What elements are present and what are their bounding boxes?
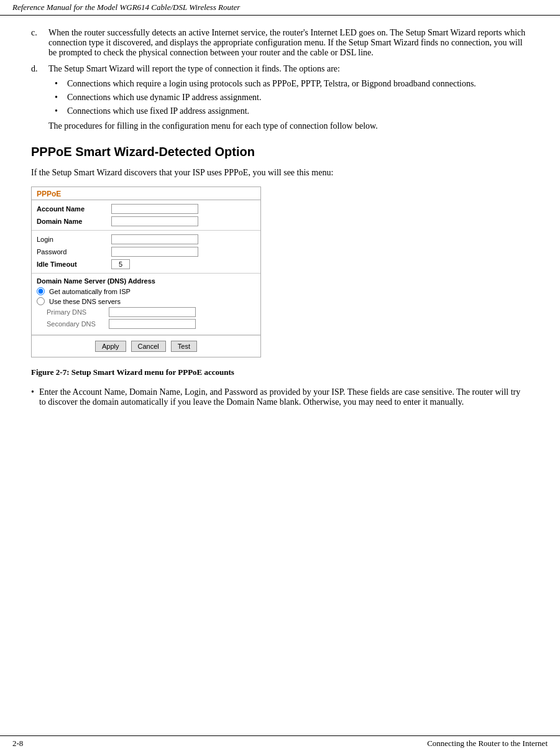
footer-right: Connecting the Router to the Internet: [427, 739, 548, 749]
input-idle[interactable]: [111, 259, 130, 269]
list-item-d: d. The Setup Smart Wizard will report th…: [31, 64, 529, 131]
bullet-dot: •: [55, 79, 62, 89]
bottom-bullet-dot: •: [31, 387, 34, 407]
form-title: PPPoE: [32, 187, 260, 200]
label-account: Account Name: [37, 205, 111, 213]
content-c: When the router successfully detects an …: [48, 28, 529, 58]
radio-auto-label: Get automatically from ISP: [49, 288, 131, 295]
page-footer: 2-8 Connecting the Router to the Interne…: [0, 735, 560, 751]
form-row-idle: Idle Timeout: [37, 259, 255, 269]
bottom-bullet-text: Enter the Account Name, Domain Name, Log…: [39, 387, 529, 407]
header-text: Reference Manual for the Model WGR614 Ca…: [12, 2, 240, 12]
bullet-item-2: • Connections which use fixed IP address…: [55, 106, 529, 116]
input-account[interactable]: [111, 204, 198, 214]
radio-auto[interactable]: [37, 287, 45, 295]
input-login[interactable]: [111, 234, 198, 244]
bullet-item-0: • Connections which require a login usin…: [55, 79, 529, 89]
input-primary-dns[interactable]: [109, 307, 196, 317]
form-row-domain: Domain Name: [37, 216, 255, 226]
form-section-2: Login Password Idle Timeout: [32, 231, 260, 274]
radio-manual[interactable]: [37, 297, 45, 305]
label-primary-dns: Primary DNS: [47, 308, 109, 316]
label-d: d.: [31, 64, 44, 131]
text-d: The Setup Smart Wizard will report the t…: [48, 64, 340, 73]
list-item-c: c. When the router successfully detects …: [31, 28, 529, 58]
lettered-list: c. When the router successfully detects …: [31, 28, 529, 131]
radio-row-manual: Use these DNS servers: [37, 297, 255, 305]
bullet-dot-1: •: [55, 93, 62, 103]
bullet-text-0: Connections which require a login using …: [67, 79, 476, 89]
bottom-bullet: • Enter the Account Name, Domain Name, L…: [31, 387, 529, 407]
dns-section-label: Domain Name Server (DNS) Address: [37, 277, 255, 285]
bullet-list: • Connections which require a login usin…: [55, 79, 529, 116]
form-row-password: Password: [37, 247, 255, 257]
form-row-login: Login: [37, 234, 255, 244]
radio-manual-label: Use these DNS servers: [49, 298, 121, 305]
text-c: When the router successfully detects an …: [48, 28, 525, 57]
radio-row-auto: Get automatically from ISP: [37, 287, 255, 295]
form-section-dns: Domain Name Server (DNS) Address Get aut…: [32, 274, 260, 335]
test-button[interactable]: Test: [171, 341, 197, 352]
footer-left: 2-8: [12, 739, 23, 749]
label-domain: Domain Name: [37, 218, 111, 225]
main-content: c. When the router successfully detects …: [0, 16, 560, 426]
intro-para: If the Setup Smart Wizard discovers that…: [31, 168, 529, 178]
page-wrapper: Reference Manual for the Model WGR614 Ca…: [0, 0, 560, 751]
label-login: Login: [37, 236, 111, 243]
label-c: c.: [31, 28, 44, 58]
bullet-text-2: Connections which use fixed IP address a…: [67, 106, 249, 116]
figure-caption: Figure 2-7: Setup Smart Wizard menu for …: [31, 367, 529, 377]
dns-sub-row-primary: Primary DNS: [47, 307, 255, 317]
bullet-item-1: • Connections which use dynamic IP addre…: [55, 93, 529, 103]
cancel-button[interactable]: Cancel: [131, 341, 166, 352]
dns-sub-row-secondary: Secondary DNS: [47, 319, 255, 329]
input-secondary-dns[interactable]: [109, 319, 196, 329]
section-heading: PPPoE Smart Wizard-Detected Option: [31, 145, 529, 159]
content-d: The Setup Smart Wizard will report the t…: [48, 64, 529, 131]
input-domain[interactable]: [111, 216, 198, 226]
page-header: Reference Manual for the Model WGR614 Ca…: [0, 0, 560, 16]
apply-button[interactable]: Apply: [95, 341, 126, 352]
label-idle: Idle Timeout: [37, 260, 111, 268]
input-password[interactable]: [111, 247, 198, 257]
label-secondary-dns: Secondary DNS: [47, 320, 109, 328]
bullet-text-1: Connections which use dynamic IP address…: [67, 93, 261, 103]
label-password: Password: [37, 248, 111, 256]
form-row-account: Account Name: [37, 204, 255, 214]
form-section-1: Account Name Domain Name: [32, 200, 260, 231]
item-d-footer: The procedures for filling in the config…: [48, 121, 378, 131]
pppoe-form-box: PPPoE Account Name Domain Name Login: [31, 187, 261, 357]
bullet-dot-2: •: [55, 106, 62, 116]
form-buttons: Apply Cancel Test: [32, 335, 260, 357]
